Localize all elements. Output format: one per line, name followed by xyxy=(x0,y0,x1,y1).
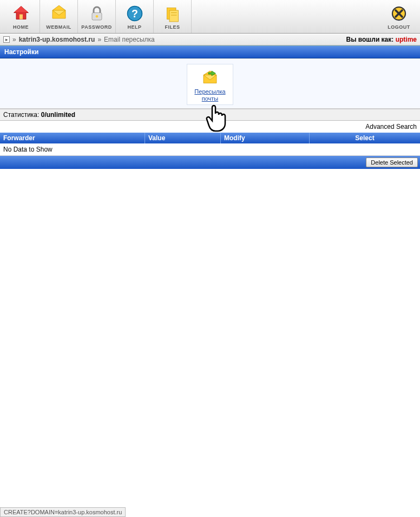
lock-icon xyxy=(87,4,107,23)
files-label: FILES xyxy=(165,24,180,30)
stats-value: 0/unlimited xyxy=(41,111,75,119)
table-header: Forwarder Value Modify Select xyxy=(0,133,420,143)
password-button[interactable]: PASSWORD xyxy=(78,0,116,33)
svg-text:?: ? xyxy=(132,7,138,19)
forward-mail-button[interactable]: Пересылка почты xyxy=(187,64,233,105)
envelope-icon xyxy=(49,4,69,23)
logout-icon xyxy=(389,4,409,23)
webmail-button[interactable]: WEBMAIL xyxy=(40,0,78,33)
files-icon xyxy=(163,4,182,23)
home-icon xyxy=(11,4,31,23)
breadcrumb: ▸ » katrin3-up.kosmohost.ru » Email пере… xyxy=(0,34,420,45)
home-button[interactable]: HOME xyxy=(2,0,40,33)
svg-rect-1 xyxy=(19,14,23,19)
login-user[interactable]: uptime xyxy=(396,36,417,43)
webmail-label: WEBMAIL xyxy=(46,24,71,30)
settings-header: Настройки xyxy=(0,45,420,58)
login-label: Вы вошли как: xyxy=(346,36,393,43)
col-modify[interactable]: Modify xyxy=(221,133,310,143)
toolbar-spacer xyxy=(192,0,380,33)
svg-rect-10 xyxy=(169,10,179,22)
col-select[interactable]: Select xyxy=(310,133,420,143)
breadcrumb-page: Email пересылка xyxy=(104,36,155,43)
help-button[interactable]: ? HELP xyxy=(116,0,154,33)
advanced-search-row: Advanced Search xyxy=(0,121,420,133)
advanced-search-link[interactable]: Advanced Search xyxy=(365,123,417,130)
login-info: Вы вошли как: uptime xyxy=(346,36,417,43)
breadcrumb-domain[interactable]: katrin3-up.kosmohost.ru xyxy=(19,36,95,43)
breadcrumb-sep-1: » xyxy=(12,36,16,43)
help-label: HELP xyxy=(127,24,141,30)
breadcrumb-sep-2: » xyxy=(97,36,101,43)
svg-point-6 xyxy=(95,15,98,18)
settings-body: Пересылка почты xyxy=(0,58,420,109)
collapse-icon[interactable]: ▸ xyxy=(3,36,10,43)
status-bar: CREATE?DOMAIN=katrin3-up.kosmohost.ru xyxy=(0,507,126,517)
password-label: PASSWORD xyxy=(81,24,111,30)
svg-marker-2 xyxy=(15,6,28,12)
footer-bar: Delete Selected xyxy=(0,156,420,169)
logout-label: LOGOUT xyxy=(388,24,410,30)
stats-label: Статистика: xyxy=(3,111,39,119)
col-value[interactable]: Value xyxy=(145,133,221,143)
forward-mail-label: Пересылка почты xyxy=(188,88,232,102)
forward-mail-icon xyxy=(200,68,220,87)
files-button[interactable]: FILES xyxy=(154,0,192,33)
delete-selected-button[interactable]: Delete Selected xyxy=(366,158,418,167)
top-toolbar: HOME WEBMAIL PASSWORD ? HELP FILES xyxy=(0,0,420,34)
col-forwarder[interactable]: Forwarder xyxy=(0,133,145,143)
home-label: HOME xyxy=(13,24,29,30)
no-data-row: No Data to Show xyxy=(0,143,420,156)
logout-button[interactable]: LOGOUT xyxy=(380,0,418,33)
stats-row: Статистика: 0/unlimited xyxy=(0,109,420,121)
help-icon: ? xyxy=(125,4,145,23)
